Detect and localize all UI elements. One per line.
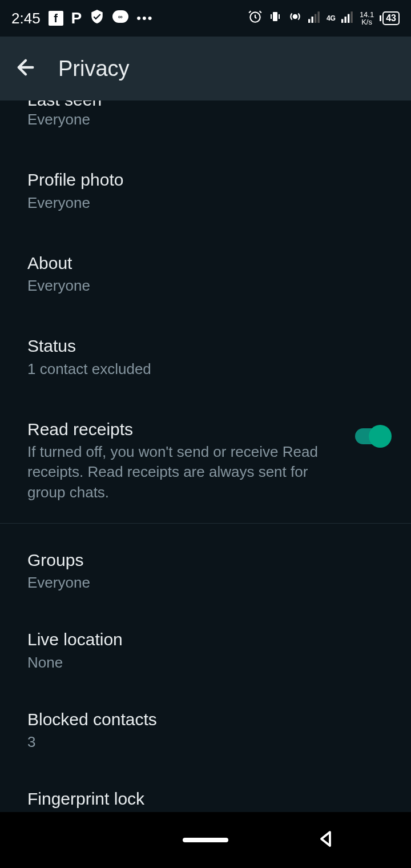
game-icon: ∞ — [112, 10, 128, 26]
back-arrow-icon[interactable] — [14, 55, 38, 82]
signal-icon-1 — [308, 10, 321, 26]
status-time: 2:45 — [11, 10, 41, 27]
more-icon: ••• — [136, 11, 153, 26]
setting-title: Groups — [27, 549, 384, 572]
signal-icon-2 — [341, 10, 354, 26]
scroll-area[interactable]: Last seen Everyone Profile photo Everyon… — [0, 101, 411, 812]
svg-point-4 — [293, 15, 297, 19]
setting-profile-photo[interactable]: Profile photo Everyone — [0, 155, 411, 227]
svg-rect-9 — [341, 19, 343, 23]
setting-subtitle: Everyone — [27, 193, 384, 213]
setting-title: Read receipts — [27, 418, 346, 441]
svg-rect-10 — [344, 17, 346, 23]
setting-title: About — [27, 252, 384, 275]
svg-rect-5 — [308, 19, 310, 23]
status-bar: 2:45 f P ∞ ••• 4G 14.1 K/s — [0, 0, 411, 37]
svg-rect-3 — [273, 12, 277, 21]
battery-icon: 43 — [380, 11, 400, 25]
status-right: 4G 14.1 K/s 43 — [248, 9, 400, 27]
facebook-icon: f — [49, 11, 63, 26]
navigation-bar — [0, 812, 411, 868]
setting-title: Status — [27, 335, 384, 358]
setting-title: Profile photo — [27, 168, 384, 192]
network-speed: 14.1 K/s — [360, 11, 374, 26]
setting-last-seen[interactable]: Last seen Everyone — [0, 101, 411, 143]
setting-title: Last seen — [27, 101, 384, 108]
setting-title: Fingerprint lock — [27, 787, 384, 811]
toggle-switch[interactable] — [355, 428, 390, 444]
setting-live-location[interactable]: Live location None — [0, 614, 411, 686]
app-bar: Privacy — [0, 37, 411, 101]
shield-icon — [90, 9, 104, 27]
setting-blocked-contacts[interactable]: Blocked contacts 3 — [0, 694, 411, 766]
vibrate-icon — [268, 10, 282, 27]
page-title: Privacy — [58, 57, 130, 81]
alarm-icon — [248, 9, 263, 27]
setting-subtitle: Everyone — [27, 110, 384, 130]
setting-about[interactable]: About Everyone — [0, 238, 411, 310]
setting-title: Live location — [27, 628, 384, 652]
setting-subtitle: Everyone — [27, 276, 384, 296]
svg-text:∞: ∞ — [118, 13, 123, 20]
setting-subtitle: Everyone — [27, 573, 384, 593]
p-icon: P — [71, 9, 82, 27]
svg-rect-8 — [317, 11, 319, 23]
svg-rect-11 — [348, 14, 349, 23]
setting-groups[interactable]: Groups Everyone — [0, 535, 411, 607]
status-left: 2:45 f P ∞ ••• — [11, 9, 153, 27]
setting-subtitle: 1 contact excluded — [27, 359, 384, 379]
divider — [0, 523, 411, 524]
setting-description: If turned off, you won't send or receive… — [27, 442, 324, 502]
svg-rect-12 — [350, 11, 352, 23]
setting-subtitle: 3 — [27, 732, 384, 752]
setting-title: Blocked contacts — [27, 708, 384, 732]
svg-rect-6 — [311, 17, 313, 23]
setting-fingerprint-lock[interactable]: Fingerprint lock Disabled — [0, 774, 411, 812]
nav-back-icon[interactable] — [316, 829, 337, 851]
svg-rect-7 — [315, 14, 316, 23]
setting-subtitle: None — [27, 653, 384, 673]
network-label: 4G — [327, 15, 336, 22]
setting-read-receipts[interactable]: Read receipts If turned off, you won't s… — [0, 404, 411, 516]
home-pill[interactable] — [183, 838, 228, 842]
setting-status[interactable]: Status 1 contact excluded — [0, 321, 411, 393]
hotspot-icon — [288, 9, 303, 27]
